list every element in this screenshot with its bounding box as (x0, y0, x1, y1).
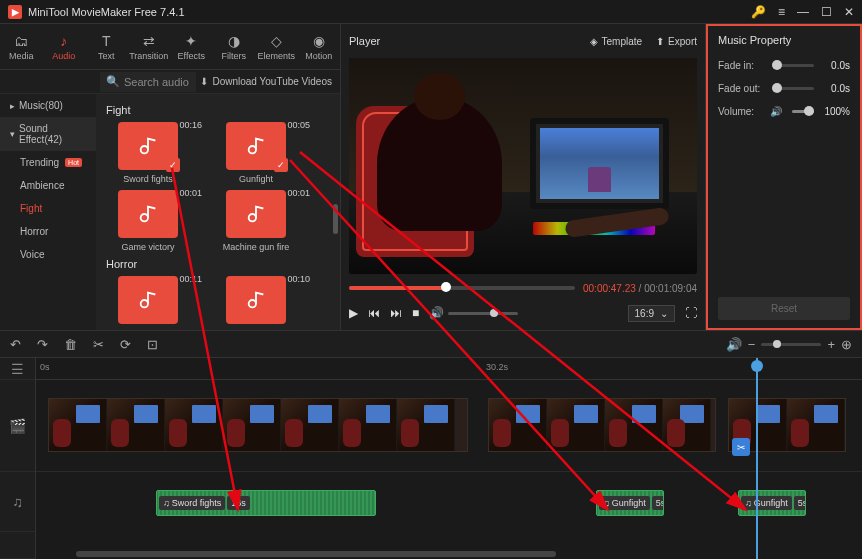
redo-button[interactable]: ↷ (37, 337, 48, 352)
track-volume-icon[interactable]: 🔊 (726, 337, 742, 352)
audio-icon: ♪ (60, 33, 67, 49)
video-clip[interactable]: 🔊 (488, 398, 716, 452)
audio-clip[interactable]: ♫Sword fights16s (156, 490, 376, 516)
stop-button[interactable]: ■ (412, 306, 419, 320)
split-marker-icon[interactable]: ✂ (732, 438, 750, 456)
media-icon: 🗂 (14, 33, 28, 49)
music-note-icon: ♫ (603, 498, 610, 508)
audio-thumb[interactable]: 00:05 ✓ (226, 122, 286, 170)
fade-out-slider[interactable] (772, 87, 814, 90)
preview-viewport[interactable] (349, 58, 697, 274)
timeline-options-button[interactable]: ☰ (0, 358, 35, 380)
aspect-select[interactable]: 16:9⌄ (628, 305, 675, 322)
lib-tab-text[interactable]: TText (85, 24, 128, 69)
audio-thumb[interactable]: 00:11 (118, 276, 178, 324)
fade-in-slider[interactable] (772, 64, 814, 67)
play-button[interactable]: ▶ (349, 306, 358, 320)
svg-point-1 (249, 146, 256, 153)
section-fight-title: Fight (106, 104, 332, 116)
music-property-title: Music Property (718, 34, 850, 46)
playhead[interactable] (756, 358, 758, 559)
template-button[interactable]: ◈Template (590, 36, 643, 47)
check-icon: ✓ (166, 158, 180, 172)
zoom-fit-button[interactable]: ⊕ (841, 337, 852, 352)
audio-thumb[interactable]: 00:10 (226, 276, 286, 324)
sidebar-music[interactable]: ▸Music(80) (0, 94, 96, 117)
search-input[interactable]: 🔍 Search audio (100, 72, 196, 92)
volume-slider[interactable] (448, 312, 518, 315)
zoom-out-button[interactable]: − (748, 337, 756, 352)
timeline-hscroll[interactable] (76, 551, 556, 557)
lib-tab-effects[interactable]: ✦Effects (170, 24, 213, 69)
video-track-icon: 🎬 (0, 380, 35, 472)
volume-icon[interactable]: 🔊 (429, 306, 444, 320)
audio-track-icon: ♫ (0, 472, 35, 532)
elements-icon: ◇ (271, 33, 282, 49)
delete-button[interactable]: 🗑 (64, 337, 77, 352)
audio-clip[interactable]: ♫Gunfight5s (596, 490, 664, 516)
time-display: 00:00:47.23 / 00:01:09:04 (583, 283, 697, 294)
maximize-button[interactable]: ☐ (821, 5, 832, 19)
prev-frame-button[interactable]: ⏮ (368, 306, 380, 320)
lib-tab-audio[interactable]: ♪Audio (43, 24, 86, 69)
fullscreen-button[interactable]: ⛶ (685, 306, 697, 320)
audio-card[interactable]: 00:01 Machine gun fire (212, 190, 300, 252)
menu-icon[interactable]: ≡ (778, 5, 785, 19)
speed-button[interactable]: ⟳ (120, 337, 131, 352)
audio-clip[interactable]: ♫Gunfight5s (738, 490, 806, 516)
audio-card[interactable]: 00:11 (104, 276, 192, 328)
audio-card[interactable]: 00:01 Game victory (104, 190, 192, 252)
sidebar-item-trending[interactable]: TrendingHot (0, 151, 96, 174)
seek-bar[interactable] (349, 286, 575, 290)
audio-thumb[interactable]: 00:01 (118, 190, 178, 238)
music-note-icon: ♫ (163, 498, 170, 508)
svg-point-2 (141, 214, 148, 221)
crop-button[interactable]: ⊡ (147, 337, 158, 352)
search-icon: 🔍 (106, 75, 120, 88)
sidebar-item-ambience[interactable]: Ambience (0, 174, 96, 197)
close-button[interactable]: ✕ (844, 5, 854, 19)
effects-icon: ✦ (185, 33, 197, 49)
video-track[interactable]: 🔊 🔊 🔊 ✂ (36, 380, 862, 472)
volume-prop-icon: 🔊 (770, 106, 782, 117)
split-button[interactable]: ✂ (93, 337, 104, 352)
lib-tab-elements[interactable]: ◇Elements (255, 24, 298, 69)
timeline-ruler[interactable]: 0s 30.2s (36, 358, 862, 380)
app-logo: ▶ (8, 5, 22, 19)
svg-point-0 (141, 146, 148, 153)
audio-card[interactable]: 00:10 (212, 276, 300, 328)
audio-card[interactable]: 00:16 ✓ Sword fights (104, 122, 192, 184)
minimize-button[interactable]: — (797, 5, 809, 19)
sidebar-item-horror[interactable]: Horror (0, 220, 96, 243)
lib-tab-media[interactable]: 🗂Media (0, 24, 43, 69)
svg-point-5 (249, 300, 256, 307)
download-youtube-link[interactable]: ⬇ Download YouTube Videos (200, 76, 340, 87)
undo-button[interactable]: ↶ (10, 337, 21, 352)
template-icon: ◈ (590, 36, 598, 47)
lib-tab-filters[interactable]: ◑Filters (213, 24, 256, 69)
sidebar-sound-effect[interactable]: ▾Sound Effect(42) (0, 117, 96, 151)
next-frame-button[interactable]: ⏭ (390, 306, 402, 320)
audio-thumb[interactable]: 00:16 ✓ (118, 122, 178, 170)
library-scrollbar[interactable] (333, 204, 338, 234)
audio-track[interactable]: ♫Sword fights16s♫Gunfight5s♫Gunfight5s (36, 472, 862, 532)
export-button[interactable]: ⬆Export (656, 36, 697, 47)
check-icon: ✓ (274, 158, 288, 172)
lib-tab-motion[interactable]: ◉Motion (298, 24, 341, 69)
zoom-slider[interactable] (761, 343, 821, 346)
export-icon: ⬆ (656, 36, 664, 47)
sidebar-item-fight[interactable]: Fight (0, 197, 96, 220)
key-icon[interactable]: 🔑 (751, 5, 766, 19)
filters-icon: ◑ (228, 33, 240, 49)
app-title: MiniTool MovieMaker Free 7.4.1 (28, 6, 185, 18)
audio-card[interactable]: 00:05 ✓ Gunfight (212, 122, 300, 184)
lib-tab-transition[interactable]: ⇄Transition (128, 24, 171, 69)
video-clip[interactable]: 🔊 (48, 398, 468, 452)
zoom-in-button[interactable]: + (827, 337, 835, 352)
reset-button[interactable]: Reset (718, 297, 850, 320)
transition-icon: ⇄ (143, 33, 155, 49)
player-label: Player (349, 35, 380, 47)
audio-thumb[interactable]: 00:01 (226, 190, 286, 238)
volume-prop-slider[interactable] (792, 110, 814, 113)
sidebar-item-voice[interactable]: Voice (0, 243, 96, 266)
